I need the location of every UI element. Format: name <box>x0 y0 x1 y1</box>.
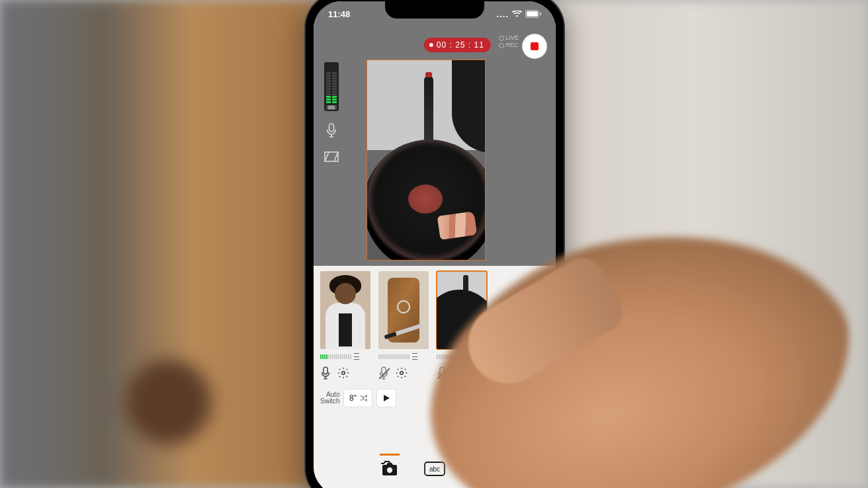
auto-switch-play-button[interactable] <box>376 389 396 407</box>
svg-rect-9 <box>440 367 444 374</box>
cellular-icon: .... <box>497 9 509 19</box>
status-time: 11:48 <box>328 9 350 19</box>
source-thumb-2[interactable] <box>378 271 429 349</box>
record-stop-button[interactable] <box>523 34 546 58</box>
svg-point-10 <box>458 372 462 375</box>
source-3-settings-button[interactable] <box>454 367 466 379</box>
tab-camera[interactable] <box>378 459 401 479</box>
auto-switch-row: Auto Switch 8" <box>320 389 549 407</box>
program-preview[interactable] <box>367 60 486 261</box>
live-viewer-area: 00 : 25 : 11 LIVE REC <box>314 1 556 266</box>
source-2-settings-button[interactable] <box>396 367 408 379</box>
recording-timer: 00 : 25 : 11 <box>437 40 484 50</box>
vu-slider-icon <box>326 105 337 110</box>
source-3-mic-button[interactable] <box>437 366 447 380</box>
auto-switch-label: Auto Switch <box>320 391 339 405</box>
preview-food-2 <box>437 211 477 239</box>
stop-icon <box>531 42 539 50</box>
switcher-panel: Auto Switch 8" <box>314 266 556 488</box>
vu-meter[interactable] <box>324 62 339 111</box>
preview-pan-handle <box>424 76 433 149</box>
svg-rect-2 <box>540 13 541 16</box>
tab-text-label: abc <box>429 466 440 473</box>
svg-rect-3 <box>329 124 334 132</box>
phone-screen: 11:48 .... 00 : 25 : 11 LIVE REC <box>314 1 556 488</box>
aspect-button[interactable] <box>324 149 339 164</box>
source-1-vu[interactable] <box>320 353 370 360</box>
source-thumb-1[interactable] <box>320 271 370 349</box>
auto-switch-duration[interactable]: 8" <box>343 389 372 407</box>
source-2-mic-button[interactable] <box>378 366 389 380</box>
viewer-tool-column <box>322 62 341 164</box>
svg-point-6 <box>342 372 345 375</box>
phone-frame: 11:48 .... 00 : 25 : 11 LIVE REC <box>306 0 564 488</box>
battery-icon <box>525 10 541 18</box>
live-rec-indicator: LIVE REC <box>499 34 519 49</box>
source-1-mic-button[interactable] <box>320 366 331 380</box>
source-1-settings-button[interactable] <box>337 367 349 379</box>
bottom-tabbar: abc <box>314 454 556 484</box>
phone-notch <box>385 1 484 19</box>
svg-rect-7 <box>382 367 386 374</box>
svg-point-8 <box>400 372 404 375</box>
preview-food-1 <box>408 184 443 214</box>
mic-button[interactable] <box>324 123 339 138</box>
tab-text[interactable]: abc <box>423 459 446 479</box>
recording-timer-pill: 00 : 25 : 11 <box>424 38 491 52</box>
svg-point-11 <box>387 468 392 473</box>
source-row <box>320 271 549 380</box>
svg-point-15 <box>482 471 484 472</box>
svg-rect-5 <box>324 367 327 374</box>
shuffle-icon <box>359 394 367 402</box>
source-thumb-3[interactable] <box>437 271 487 349</box>
svg-rect-1 <box>527 11 538 17</box>
recording-dot-icon <box>429 43 433 47</box>
source-3-vu[interactable] <box>437 353 487 360</box>
source-2-vu[interactable] <box>378 353 429 360</box>
wifi-icon <box>512 11 522 18</box>
tab-pip[interactable] <box>468 459 491 479</box>
